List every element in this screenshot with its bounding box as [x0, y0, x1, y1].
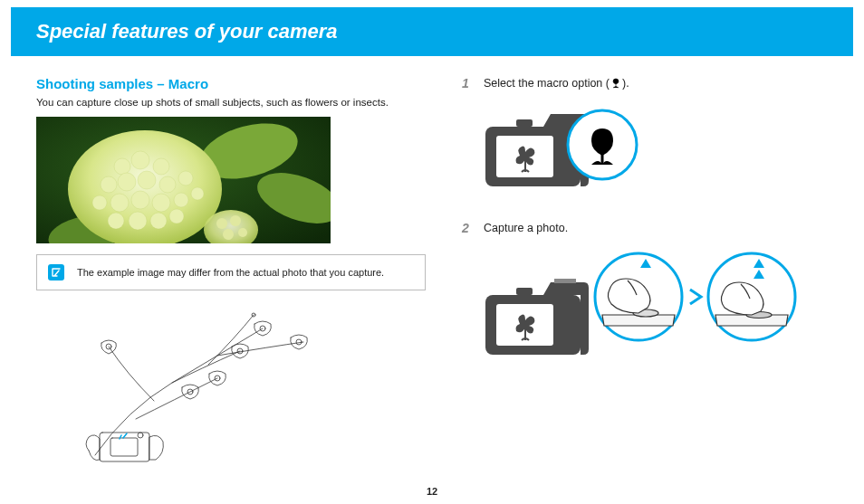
svg-point-21 [169, 209, 184, 223]
svg-point-14 [110, 194, 129, 212]
page-title: Special features of your camera [36, 20, 853, 43]
svg-point-19 [129, 212, 147, 230]
step-number: 1 [462, 76, 475, 90]
flower-sketch-illustration [72, 301, 344, 464]
right-column: 1 Select the macro option (). [462, 76, 833, 464]
svg-point-37 [138, 433, 143, 438]
svg-point-13 [92, 195, 107, 210]
svg-rect-36 [110, 438, 138, 456]
step-text: Capture a photo. [484, 221, 568, 235]
step-text-before: Capture a photo. [484, 222, 568, 234]
step-1: 1 Select the macro option (). [462, 76, 833, 90]
svg-point-11 [159, 176, 176, 193]
page-content: Shooting samples – Macro You can capture… [0, 56, 864, 464]
sample-photo [36, 117, 331, 243]
step-number: 2 [462, 221, 475, 235]
intro-text: You can capture close up shots of small … [36, 97, 426, 108]
svg-point-8 [101, 176, 117, 193]
svg-point-27 [238, 228, 247, 237]
svg-point-17 [174, 193, 188, 207]
step-2: 2 Capture a photo. [462, 221, 833, 235]
svg-point-16 [152, 194, 170, 212]
svg-point-15 [131, 191, 149, 209]
step-text-after: ). [622, 77, 629, 90]
svg-point-22 [191, 187, 204, 200]
section-heading: Shooting samples – Macro [36, 76, 426, 91]
step-1-figure [480, 100, 833, 199]
svg-point-20 [150, 213, 167, 229]
svg-point-12 [178, 171, 193, 185]
svg-point-7 [153, 158, 169, 175]
left-column: Shooting samples – Macro You can capture… [36, 76, 426, 464]
svg-point-18 [108, 213, 124, 229]
svg-point-10 [138, 171, 156, 189]
svg-point-26 [223, 229, 234, 240]
svg-point-6 [131, 151, 149, 169]
hydrangea-photo [36, 117, 331, 243]
macro-icon [610, 78, 622, 89]
svg-point-24 [216, 218, 227, 229]
svg-point-9 [118, 173, 136, 191]
svg-point-25 [230, 215, 241, 226]
page-header: Special features of your camera [11, 7, 853, 56]
step-2-figure [480, 244, 833, 371]
svg-rect-39 [516, 119, 533, 127]
note-box: The example image may differ from the ac… [36, 254, 426, 290]
page-number: 12 [0, 486, 864, 497]
note-text: The example image may differ from the ac… [77, 267, 384, 278]
svg-point-5 [114, 158, 130, 175]
svg-rect-43 [516, 288, 533, 295]
step-text: Select the macro option (). [484, 76, 629, 90]
svg-point-34 [296, 339, 302, 345]
note-icon [48, 264, 64, 281]
svg-rect-44 [554, 279, 576, 283]
step-text-before: Select the macro option ( [484, 77, 610, 90]
